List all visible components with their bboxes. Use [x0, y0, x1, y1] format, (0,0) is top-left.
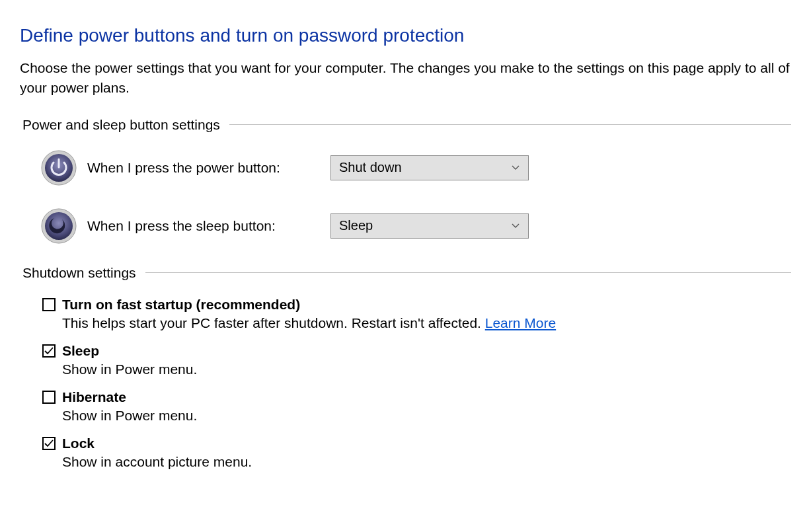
divider-line	[229, 124, 791, 125]
power-button-select[interactable]: Shut down	[330, 155, 529, 180]
lock-desc: Show in account picture menu.	[62, 454, 791, 470]
sleep-item: Sleep Show in Power menu.	[42, 343, 791, 377]
sleep-button-label: When I press the sleep button:	[87, 218, 330, 234]
section-shutdown-label: Shutdown settings	[22, 265, 136, 281]
page-title: Define power buttons and turn on passwor…	[20, 25, 791, 46]
fast-startup-desc: This helps start your PC faster after sh…	[62, 315, 791, 331]
sleep-icon	[40, 207, 78, 245]
hibernate-title: Hibernate	[62, 389, 126, 405]
hibernate-checkbox[interactable]	[42, 391, 56, 404]
hibernate-desc: Show in Power menu.	[62, 408, 791, 424]
lock-checkbox[interactable]	[42, 437, 56, 450]
fast-startup-item: Turn on fast startup (recommended) This …	[42, 297, 791, 331]
intro-text: Choose the power settings that you want …	[20, 58, 791, 98]
sleep-title: Sleep	[62, 343, 99, 359]
divider-line	[145, 272, 791, 273]
sleep-button-row: When I press the sleep button: Sleep	[40, 207, 791, 245]
section-power-sleep-label: Power and sleep button settings	[22, 117, 220, 133]
lock-item: Lock Show in account picture menu.	[42, 436, 791, 470]
svg-point-3	[45, 212, 73, 240]
section-power-sleep-header: Power and sleep button settings	[22, 117, 791, 133]
sleep-desc: Show in Power menu.	[62, 361, 791, 377]
chevron-down-icon	[511, 221, 520, 231]
power-icon	[40, 149, 78, 187]
fast-startup-checkbox[interactable]	[42, 298, 56, 311]
sleep-checkbox[interactable]	[42, 344, 56, 358]
chevron-down-icon	[511, 163, 520, 172]
power-button-label: When I press the power button:	[87, 160, 330, 176]
learn-more-link[interactable]: Learn More	[485, 315, 556, 330]
sleep-button-select-value: Sleep	[339, 218, 373, 233]
hibernate-item: Hibernate Show in Power menu.	[42, 389, 791, 424]
lock-title: Lock	[62, 436, 95, 451]
section-shutdown-header: Shutdown settings	[22, 265, 791, 281]
sleep-button-select[interactable]: Sleep	[330, 213, 529, 239]
fast-startup-title: Turn on fast startup (recommended)	[62, 297, 300, 313]
power-button-row: When I press the power button: Shut down	[40, 149, 791, 187]
power-button-select-value: Shut down	[339, 160, 402, 175]
